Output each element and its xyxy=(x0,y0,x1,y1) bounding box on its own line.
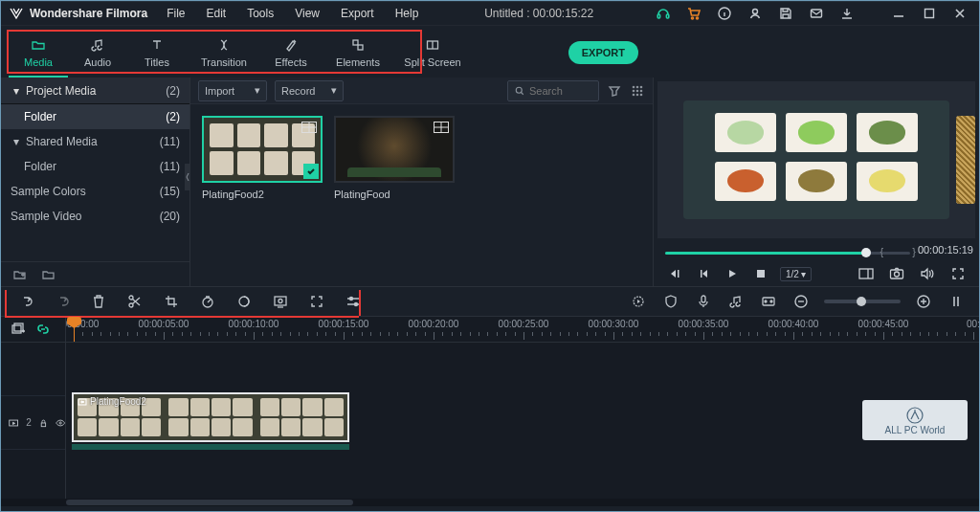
save-icon[interactable] xyxy=(774,1,797,26)
clip-name: PlatingFood2 xyxy=(202,189,323,200)
shared-media-header[interactable]: ▾ Shared Media (11) xyxy=(1,129,189,154)
snapshot-icon[interactable] xyxy=(887,264,906,283)
preview-canvas[interactable] xyxy=(657,81,975,238)
folder-outline-icon[interactable] xyxy=(41,267,56,282)
window-minimize[interactable] xyxy=(887,1,910,26)
cart-icon[interactable] xyxy=(682,1,705,26)
video-clip[interactable]: PlatingFood2 xyxy=(72,392,349,442)
settings-sliders-button[interactable] xyxy=(344,292,363,311)
timeline-ruler[interactable]: 00:00:00:0000:00:05:0000:00:10:0000:00:1… xyxy=(66,317,979,342)
preview-scrubber[interactable]: { } 00:00:15:19 xyxy=(665,244,968,261)
stop-button[interactable] xyxy=(751,264,770,283)
render-preview-button[interactable] xyxy=(629,292,648,311)
tab-audio[interactable]: Audio xyxy=(68,30,127,78)
grid-view-icon[interactable] xyxy=(630,83,645,99)
zoom-in-button[interactable] xyxy=(914,292,933,311)
add-marker-icon[interactable] xyxy=(759,292,778,311)
redo-button[interactable] xyxy=(53,292,72,311)
clips-area[interactable]: PlatingFood2 ALL PC World xyxy=(66,343,979,499)
svg-rect-31 xyxy=(275,297,286,305)
panel-collapse-handle[interactable] xyxy=(185,164,190,190)
greenscreen-button[interactable] xyxy=(271,292,290,311)
link-icon[interactable] xyxy=(35,322,51,337)
svg-point-27 xyxy=(129,296,133,300)
account-icon[interactable] xyxy=(744,1,767,26)
record-dropdown[interactable]: Record▾ xyxy=(275,80,344,101)
preview-ratio-dropdown[interactable]: 1/2▾ xyxy=(780,267,812,281)
title-right-tools xyxy=(652,1,971,26)
svg-point-2 xyxy=(692,17,694,19)
color-button[interactable] xyxy=(234,292,254,311)
step-back-button[interactable] xyxy=(694,264,713,283)
download-icon[interactable] xyxy=(835,1,858,26)
sample-video[interactable]: Sample Video (20) xyxy=(1,204,189,229)
audio-mixer-icon[interactable] xyxy=(726,292,746,311)
timeline-toolbar xyxy=(1,286,979,317)
menu-export[interactable]: Export xyxy=(333,5,382,22)
playhead[interactable] xyxy=(74,317,75,342)
crop-button[interactable] xyxy=(162,292,181,311)
export-button[interactable]: EXPORT xyxy=(568,41,638,64)
tab-titles[interactable]: Titles xyxy=(127,30,187,78)
volume-icon[interactable] xyxy=(918,264,937,283)
window-close[interactable] xyxy=(948,1,971,26)
filter-icon[interactable] xyxy=(607,83,622,99)
transition-icon xyxy=(216,37,232,53)
speed-button[interactable] xyxy=(198,292,217,311)
video-icon xyxy=(78,397,87,407)
window-maximize[interactable] xyxy=(918,1,941,26)
menu-view[interactable]: View xyxy=(287,5,327,22)
voiceover-icon[interactable] xyxy=(694,292,713,311)
preview-panel: { } 00:00:15:19 1/2▾ xyxy=(654,78,979,286)
add-track-icon[interactable] xyxy=(11,322,26,337)
mail-icon[interactable] xyxy=(805,1,828,26)
tab-elements[interactable]: Elements xyxy=(321,30,395,78)
timeline: 00:00:00:0000:00:05:0000:00:10:0000:00:1… xyxy=(1,317,979,506)
fullscreen-icon[interactable] xyxy=(948,264,968,283)
project-media-folder[interactable]: Folder (2) xyxy=(1,104,189,129)
tab-transition[interactable]: Transition xyxy=(187,30,261,78)
project-media-header[interactable]: ▾ Project Media (2) xyxy=(1,78,189,104)
split-button[interactable] xyxy=(125,292,145,311)
clip-thumbnail[interactable]: PlatingFood xyxy=(334,116,455,200)
track-number: 2 xyxy=(26,417,32,428)
expand-button[interactable] xyxy=(307,292,326,311)
timeline-horizontal-scrollbar[interactable] xyxy=(1,499,979,506)
svg-point-33 xyxy=(350,298,353,301)
search-input[interactable] xyxy=(507,80,599,101)
eye-icon[interactable] xyxy=(56,417,65,429)
marker-shield-icon[interactable] xyxy=(661,292,680,311)
zoom-slider[interactable] xyxy=(824,300,901,303)
info-icon[interactable] xyxy=(713,1,736,26)
menu-tools[interactable]: Tools xyxy=(239,5,281,22)
zoom-out-button[interactable] xyxy=(791,292,811,311)
preview-timecode: 00:00:15:19 xyxy=(918,244,973,256)
search-field[interactable] xyxy=(529,85,581,97)
video-track-header[interactable]: 2 xyxy=(1,396,65,450)
tab-audio-label: Audio xyxy=(84,56,111,68)
audio-clip-strip[interactable] xyxy=(72,444,349,450)
tab-media[interactable]: Media xyxy=(9,30,68,78)
svg-point-13 xyxy=(636,85,639,88)
shared-media-folder[interactable]: Folder (11) xyxy=(1,154,189,179)
menu-help[interactable]: Help xyxy=(388,5,427,22)
ruler-label: 00:00:20:00 xyxy=(409,319,459,329)
import-dropdown[interactable]: Import▾ xyxy=(198,80,267,101)
tab-effects[interactable]: Effects xyxy=(261,30,321,78)
sample-colors[interactable]: Sample Colors (15) xyxy=(1,179,189,204)
delete-button[interactable] xyxy=(89,292,108,311)
new-folder-icon[interactable] xyxy=(12,267,28,282)
menu-edit[interactable]: Edit xyxy=(198,5,234,22)
clip-thumbnail[interactable]: PlatingFood2 xyxy=(202,116,323,200)
lock-icon[interactable] xyxy=(39,417,48,429)
undo-button[interactable] xyxy=(16,292,35,311)
menu-file[interactable]: File xyxy=(159,5,192,22)
tab-splitscreen[interactable]: Split Screen xyxy=(395,30,470,78)
project-panel-footer xyxy=(1,261,189,286)
play-button[interactable] xyxy=(723,264,742,283)
preview-quality-icon[interactable] xyxy=(857,264,876,283)
support-icon[interactable] xyxy=(652,1,675,26)
check-icon xyxy=(303,164,319,179)
zoom-fit-button[interactable] xyxy=(947,292,966,311)
prev-frame-button[interactable] xyxy=(665,264,684,283)
